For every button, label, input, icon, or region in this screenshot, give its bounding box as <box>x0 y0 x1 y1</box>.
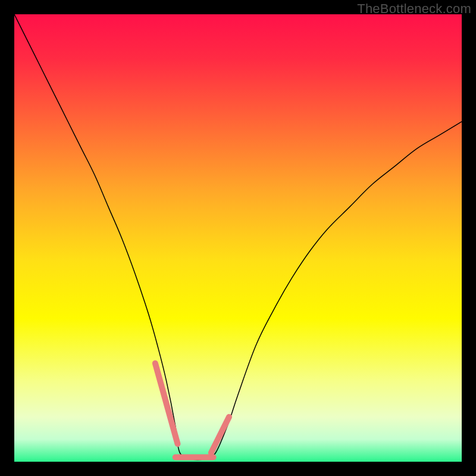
chart-svg <box>14 14 462 462</box>
outer-frame: TheBottleneck.com <box>0 0 476 476</box>
chart-area <box>14 14 462 462</box>
